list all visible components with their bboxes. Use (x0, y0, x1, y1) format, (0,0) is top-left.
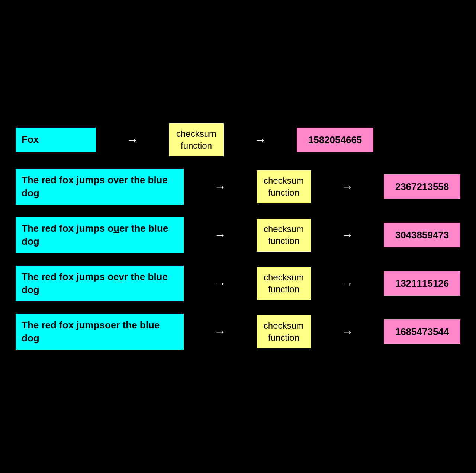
output-box-5: 1685473544 (383, 319, 461, 345)
checksum-box-1: checksum function (168, 123, 225, 157)
input-box-2: The red fox jumps over the blue dog (15, 168, 184, 205)
arrow-right-4: → (341, 277, 353, 290)
row-1: Fox→checksum function→1582054665 (15, 123, 461, 157)
input-box-1: Fox (15, 127, 97, 153)
input-box-3: The red fox jumps ouer the blue dog (15, 216, 184, 254)
arrow-left-2: → (214, 180, 226, 194)
output-box-3: 3043859473 (383, 222, 461, 248)
checksum-box-5: checksum function (256, 315, 312, 349)
row-2: The red fox jumps over the blue dog→chec… (15, 168, 461, 205)
checksum-box-4: checksum function (256, 266, 312, 301)
output-box-1: 1582054665 (296, 127, 374, 153)
diagram: Fox→checksum function→1582054665The red … (0, 108, 476, 366)
arrow-right-3: → (341, 228, 353, 242)
input-box-5: The red fox jumpsoer the blue dog (15, 313, 184, 350)
arrow-right-5: → (341, 325, 353, 339)
row-3: The red fox jumps ouer the blue dog→chec… (15, 216, 461, 254)
checksum-box-3: checksum function (256, 218, 312, 252)
arrow-left-5: → (214, 325, 226, 339)
arrow-right-1: → (254, 133, 266, 147)
arrow-right-2: → (341, 180, 353, 194)
row-4: The red fox jumps oevr the blue dog→chec… (15, 265, 461, 302)
arrow-left-4: → (214, 277, 226, 290)
input-box-4: The red fox jumps oevr the blue dog (15, 265, 184, 302)
arrow-left-1: → (126, 133, 138, 147)
output-box-4: 1321115126 (383, 270, 461, 296)
checksum-box-2: checksum function (256, 170, 312, 204)
row-5: The red fox jumpsoer the blue dog→checks… (15, 313, 461, 350)
arrow-left-3: → (214, 228, 226, 242)
output-box-2: 2367213558 (383, 174, 461, 200)
